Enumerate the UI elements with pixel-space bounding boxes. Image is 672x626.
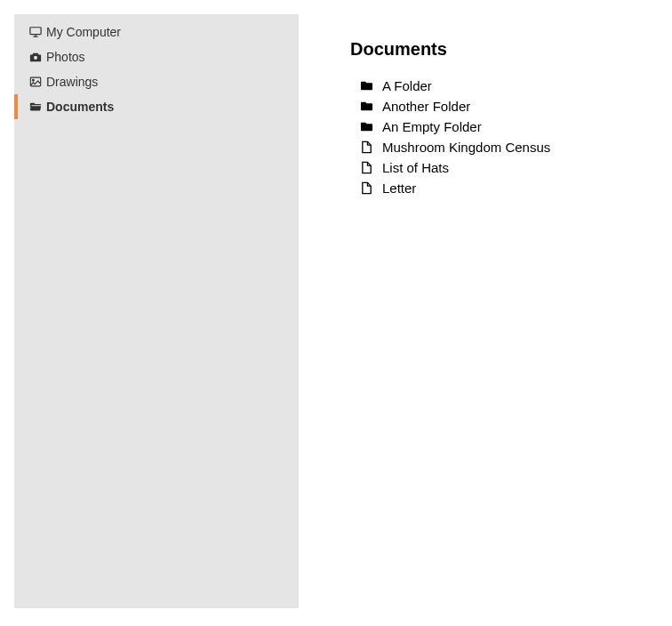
sidebar-item-photos[interactable]: Photos bbox=[14, 44, 299, 69]
sidebar-item-drawings[interactable]: Drawings bbox=[14, 69, 299, 94]
image-icon bbox=[28, 75, 43, 89]
folder-icon bbox=[359, 79, 373, 93]
main-panel: Documents A Folder Another Folder An Emp… bbox=[299, 14, 658, 612]
svg-point-3 bbox=[34, 56, 37, 60]
page-title: Documents bbox=[350, 39, 658, 60]
list-item-label: List of Hats bbox=[382, 160, 449, 175]
sidebar-item-my-computer[interactable]: My Computer bbox=[14, 20, 299, 44]
list-item-label: An Empty Folder bbox=[382, 119, 482, 134]
sidebar-item-label: Photos bbox=[46, 49, 85, 65]
svg-rect-0 bbox=[30, 28, 41, 35]
sidebar: My Computer Photos Drawings Documents bbox=[14, 14, 299, 608]
list-item[interactable]: An Empty Folder bbox=[359, 116, 658, 137]
file-icon bbox=[359, 181, 373, 196]
sidebar-item-label: My Computer bbox=[46, 24, 121, 40]
list-item[interactable]: Another Folder bbox=[359, 96, 658, 116]
list-item[interactable]: Mushroom Kingdom Census bbox=[359, 137, 658, 157]
list-item-label: Letter bbox=[382, 181, 416, 196]
file-icon bbox=[359, 161, 373, 175]
camera-icon bbox=[28, 50, 43, 64]
list-item-label: Another Folder bbox=[382, 99, 470, 114]
folder-icon bbox=[359, 100, 373, 114]
desktop-icon bbox=[28, 25, 43, 39]
svg-point-5 bbox=[33, 79, 35, 81]
sidebar-item-label: Documents bbox=[46, 99, 114, 115]
sidebar-item-documents[interactable]: Documents bbox=[14, 94, 299, 119]
list-item-label: Mushroom Kingdom Census bbox=[382, 140, 550, 155]
list-item[interactable]: List of Hats bbox=[359, 157, 658, 178]
folder-open-icon bbox=[28, 100, 43, 114]
folder-icon bbox=[359, 120, 373, 134]
item-list: A Folder Another Folder An Empty Folder … bbox=[350, 76, 658, 198]
sidebar-item-label: Drawings bbox=[46, 74, 98, 90]
list-item[interactable]: A Folder bbox=[359, 76, 658, 96]
list-item[interactable]: Letter bbox=[359, 178, 658, 198]
list-item-label: A Folder bbox=[382, 78, 432, 93]
file-icon bbox=[359, 140, 373, 155]
